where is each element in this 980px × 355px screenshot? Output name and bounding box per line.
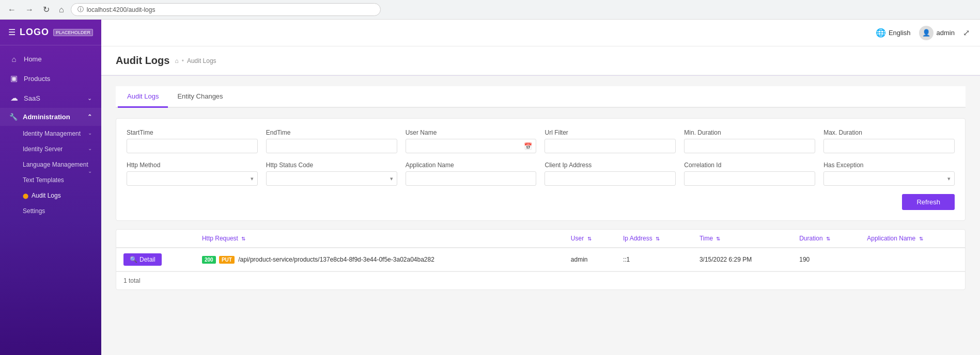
app-name-sort-icon: ⇅ xyxy=(919,236,923,241)
table-cell-action: 🔍 Detail xyxy=(116,248,195,271)
audit-logs-table: Http Request ⇅ User ⇅ Ip Address ⇅ xyxy=(116,230,965,271)
audit-logs-dot-icon: ⬤ xyxy=(23,193,28,199)
request-url: /api/product-service/products/137e8cb4-8… xyxy=(238,256,434,263)
filter-group-url-filter: Url Filter xyxy=(545,129,676,153)
http-request-sort-icon: ⇅ xyxy=(241,236,245,241)
home-icon: ⌂ xyxy=(9,55,19,63)
breadcrumb: ⌂ • Audit Logs xyxy=(175,57,216,64)
forward-button[interactable]: → xyxy=(23,4,36,15)
language-label: English xyxy=(889,29,911,37)
sidebar-item-identity-server[interactable]: Identity Server ⌄ xyxy=(0,141,101,157)
table-cell-ip: ::1 xyxy=(616,248,692,271)
http-status-select-wrapper: 200 400 500 xyxy=(266,171,397,186)
sidebar-item-administration[interactable]: 🔧 Administration ⌃ xyxy=(0,108,101,126)
products-icon: ▣ xyxy=(9,74,19,83)
start-time-input[interactable] xyxy=(127,139,258,153)
back-button[interactable]: ← xyxy=(5,4,19,15)
language-selector[interactable]: 🌐 English xyxy=(876,28,911,38)
breadcrumb-separator: • xyxy=(182,57,184,64)
sidebar-item-identity-management[interactable]: Identity Management ⌄ xyxy=(0,126,101,141)
home-button[interactable]: ⌂ xyxy=(56,4,67,15)
sidebar-item-settings[interactable]: Settings xyxy=(0,203,101,219)
sidebar-item-products[interactable]: ▣ Products xyxy=(0,69,101,88)
http-status-code-select[interactable]: 200 400 500 xyxy=(266,171,397,186)
application-name-label: Application Name xyxy=(406,162,537,169)
user-name: admin xyxy=(937,29,955,37)
url-filter-label: Url Filter xyxy=(545,129,676,136)
sidebar-item-saas[interactable]: ☁ SaaS ⌄ xyxy=(0,88,101,108)
column-header-user[interactable]: User ⇅ xyxy=(564,230,616,248)
column-header-time[interactable]: Time ⇅ xyxy=(692,230,792,248)
ip-sort-icon: ⇅ xyxy=(656,236,660,241)
saas-chevron-icon: ⌄ xyxy=(87,95,92,102)
has-exception-select-wrapper: Yes No xyxy=(823,171,955,186)
sidebar-item-audit-logs[interactable]: ⬤ Audit Logs xyxy=(0,188,101,203)
language-management-chevron-icon: ⌄ xyxy=(88,168,92,174)
url-filter-input[interactable] xyxy=(545,139,676,153)
filter-actions: Refresh xyxy=(127,194,955,210)
table-cell-http-request: 200 PUT /api/product-service/products/13… xyxy=(195,248,564,271)
sidebar-logo: ☰ LOGO PLACEHOLDER xyxy=(0,20,101,45)
filter-group-http-method: Http Method GET POST PUT DELETE xyxy=(127,162,258,186)
expand-icon[interactable]: ⤢ xyxy=(963,28,970,38)
user-name-calendar-icon: 📅 xyxy=(524,142,532,150)
tab-audit-logs[interactable]: Audit Logs xyxy=(118,86,168,108)
start-time-label: StartTime xyxy=(127,129,258,136)
application-name-input[interactable] xyxy=(406,171,537,186)
detail-button[interactable]: 🔍 Detail xyxy=(123,253,162,266)
search-icon: 🔍 xyxy=(130,256,137,263)
logo-badge: PLACEHOLDER xyxy=(53,29,93,36)
app-wrapper: ☰ LOGO PLACEHOLDER ⌂ Home ▣ Products ☁ S… xyxy=(0,20,980,355)
filter-group-client-ip: Client Ip Address xyxy=(545,162,676,186)
filter-group-end-time: EndTime xyxy=(266,129,397,153)
sidebar-item-products-label: Products xyxy=(24,75,50,83)
refresh-button[interactable]: ↻ xyxy=(40,4,52,15)
column-header-application-name[interactable]: Application Name ⇅ xyxy=(860,230,965,248)
column-header-http-request[interactable]: Http Request ⇅ xyxy=(195,230,564,248)
refresh-button[interactable]: Refresh xyxy=(902,194,955,210)
end-time-input[interactable] xyxy=(266,139,397,153)
max-duration-label: Max. Duration xyxy=(823,129,955,136)
breadcrumb-current: Audit Logs xyxy=(187,57,216,64)
sidebar-item-identity-server-label: Identity Server xyxy=(23,146,63,153)
method-badge: PUT xyxy=(219,256,235,264)
tab-entity-changes[interactable]: Entity Changes xyxy=(168,86,232,108)
user-menu[interactable]: 👤 admin xyxy=(919,26,955,40)
http-method-select[interactable]: GET POST PUT DELETE xyxy=(127,171,258,186)
max-duration-input[interactable] xyxy=(823,139,955,153)
has-exception-select[interactable]: Yes No xyxy=(823,171,955,186)
topbar: 🌐 English 👤 admin ⤢ xyxy=(101,20,980,46)
min-duration-label: Min. Duration xyxy=(684,129,815,136)
identity-server-chevron-icon: ⌄ xyxy=(88,146,92,151)
page-header-area: Audit Logs ⌂ • Audit Logs xyxy=(101,46,980,76)
data-table-wrapper: Http Request ⇅ User ⇅ Ip Address ⇅ xyxy=(116,229,966,290)
filter-panel: StartTime EndTime User Name 📅 xyxy=(116,118,966,221)
time-sort-icon: ⇅ xyxy=(716,236,720,241)
address-icon: ⓘ xyxy=(77,5,84,14)
breadcrumb-home-icon[interactable]: ⌂ xyxy=(175,57,178,64)
filter-group-http-status: Http Status Code 200 400 500 xyxy=(266,162,397,186)
user-avatar: 👤 xyxy=(919,26,934,40)
column-header-ip-address[interactable]: Ip Address ⇅ xyxy=(616,230,692,248)
filter-group-user-name: User Name 📅 xyxy=(406,129,537,153)
identity-management-chevron-icon: ⌄ xyxy=(88,130,92,136)
sidebar-item-home[interactable]: ⌂ Home xyxy=(0,50,101,69)
browser-chrome: ← → ↻ ⌂ ⓘ localhost:4200/audit-logs xyxy=(0,0,980,20)
administration-chevron-icon: ⌃ xyxy=(87,114,92,120)
total-count: 1 total xyxy=(123,277,141,284)
sidebar-item-text-templates[interactable]: Text Templates xyxy=(0,172,101,188)
sidebar-item-language-management[interactable]: Language Management ⌄ xyxy=(0,157,101,172)
correlation-id-input[interactable] xyxy=(684,171,815,186)
hamburger-icon[interactable]: ☰ xyxy=(8,27,15,37)
min-duration-input[interactable] xyxy=(684,139,815,153)
has-exception-label: Has Exception xyxy=(823,162,955,169)
address-bar[interactable]: ⓘ localhost:4200/audit-logs xyxy=(71,3,381,16)
page-title: Audit Logs xyxy=(116,55,169,67)
user-name-input[interactable] xyxy=(406,139,537,153)
sidebar-item-text-templates-label: Text Templates xyxy=(23,176,64,184)
client-ip-input[interactable] xyxy=(545,171,676,186)
http-method-select-wrapper: GET POST PUT DELETE xyxy=(127,171,258,186)
sidebar-navigation: ⌂ Home ▣ Products ☁ SaaS ⌄ 🔧 Administrat… xyxy=(0,45,101,355)
column-header-duration[interactable]: Duration ⇅ xyxy=(792,230,860,248)
sidebar: ☰ LOGO PLACEHOLDER ⌂ Home ▣ Products ☁ S… xyxy=(0,20,101,355)
